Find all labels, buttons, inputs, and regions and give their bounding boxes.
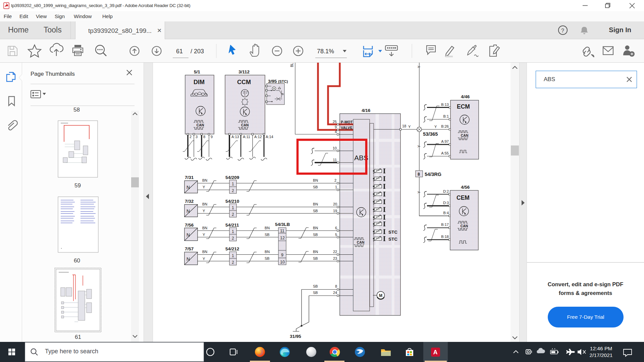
svg-text:60: 60 [74, 257, 80, 264]
svg-text:61: 61 [75, 334, 81, 340]
svg-text:A: A [433, 349, 438, 356]
svg-text:59: 59 [74, 182, 81, 189]
svg-text:?: ? [561, 28, 564, 34]
svg-text:58: 58 [73, 107, 80, 113]
